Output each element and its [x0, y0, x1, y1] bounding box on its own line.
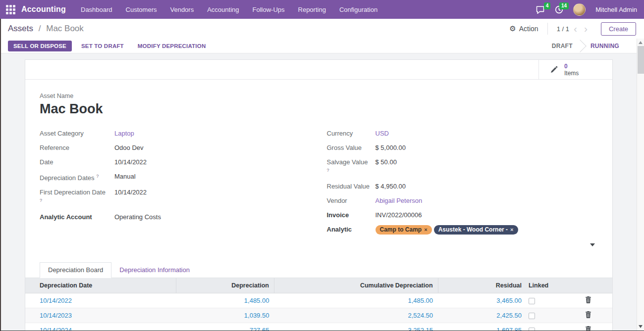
currency-value[interactable]: USD: [376, 129, 389, 138]
field-label: Analytic: [327, 226, 352, 233]
tag-remove-icon[interactable]: ×: [510, 226, 513, 234]
breadcrumb-assets[interactable]: Assets: [8, 24, 33, 33]
delete-row-button[interactable]: [583, 310, 593, 321]
residual-value[interactable]: $ 4,950.00: [376, 182, 406, 190]
control-panel: Assets / Mac Book ⚙ Action 1 / 1 ‹ › Cre…: [0, 19, 644, 39]
scroll-up-arrow-icon[interactable]: [639, 41, 643, 44]
cell-depreciation[interactable]: 1,485.00: [176, 293, 274, 308]
depreciation-dates-value[interactable]: Manual: [114, 172, 136, 182]
cell-residual[interactable]: 2,425.50: [438, 308, 527, 323]
apps-menu-icon[interactable]: [6, 5, 15, 14]
field-label: Residual Value: [327, 183, 370, 190]
asset-category-value[interactable]: Laptop: [114, 129, 134, 138]
tag-label: Asustek - Wood Corner -: [438, 226, 508, 234]
first-depreciation-date-value[interactable]: 10/14/2022: [114, 188, 147, 206]
tag-asustek-wood-corner[interactable]: Asustek - Wood Corner - ×: [434, 225, 518, 235]
trash-icon: [585, 296, 591, 303]
cell-cumulative[interactable]: 1,485.00: [274, 293, 438, 308]
menu-vendors[interactable]: Vendors: [170, 6, 194, 13]
header-depreciation[interactable]: Depreciation: [176, 278, 274, 293]
cell-date[interactable]: 10/14/2022: [25, 293, 176, 308]
header-actions: [565, 278, 612, 293]
user-name[interactable]: Mitchell Admin: [595, 6, 637, 13]
set-to-draft-button[interactable]: SET TO DRAFT: [77, 41, 128, 51]
header-residual[interactable]: Residual: [438, 278, 527, 293]
vertical-scrollbar[interactable]: [637, 39, 644, 331]
asset-name-value[interactable]: Mac Book: [40, 101, 598, 117]
asset-name-label: Asset Name: [40, 93, 598, 99]
breadcrumb-divider: /: [39, 24, 41, 33]
table-row[interactable]: 10/14/2022 1,485.00 1,485.00 3,465.00: [25, 293, 612, 308]
gear-icon: ⚙: [509, 24, 516, 33]
cell-date[interactable]: 10/14/2024: [25, 323, 176, 331]
reference-value[interactable]: Odoo Dev: [114, 143, 144, 152]
scrollbar-thumb[interactable]: [638, 46, 644, 74]
menu-reporting[interactable]: Reporting: [298, 6, 326, 13]
stat-button-box: 0 Items: [25, 60, 612, 80]
help-icon: ?: [327, 168, 329, 173]
cell-date[interactable]: 10/14/2023: [25, 308, 176, 323]
invoice-value[interactable]: INV/2022/00006: [376, 211, 422, 219]
scroll-down-arrow-icon[interactable]: [639, 325, 643, 328]
gross-value[interactable]: $ 5,000.00: [376, 143, 406, 152]
table-row[interactable]: 10/14/2024 727.65 3,252.15 1,697.85: [25, 323, 612, 331]
menu-configuration[interactable]: Configuration: [339, 6, 377, 13]
app-title[interactable]: Accounting: [21, 5, 66, 14]
field-label: Reference: [40, 144, 69, 151]
pager-next-icon[interactable]: ›: [582, 25, 590, 32]
action-menu-button[interactable]: ⚙ Action: [509, 24, 538, 33]
avatar: [573, 3, 586, 16]
menu-follow-ups[interactable]: Follow-Ups: [253, 6, 285, 13]
menu-dashboard[interactable]: Dashboard: [81, 6, 112, 13]
messages-badge: 4: [544, 2, 551, 9]
modify-depreciation-button[interactable]: MODIFY DEPRECIATION: [133, 41, 211, 51]
header-cumulative-depreciation[interactable]: Cumulative Depreciation: [274, 278, 438, 293]
table-row[interactable]: 10/14/2023 1,039.50 2,524.50 2,425.50: [25, 308, 612, 323]
linked-checkbox[interactable]: [529, 313, 535, 319]
tab-depreciation-board[interactable]: Depreciation Board: [40, 262, 111, 278]
field-label: Invoice: [327, 211, 349, 219]
action-label: Action: [519, 25, 538, 33]
state-running[interactable]: RUNNING: [581, 39, 629, 53]
field-label: Vendor: [327, 197, 347, 204]
header-depreciation-date[interactable]: Depreciation Date: [25, 278, 176, 293]
menu-customers[interactable]: Customers: [126, 6, 157, 13]
window-edge: [0, 19, 1, 331]
delete-row-button[interactable]: [583, 295, 593, 306]
cell-residual[interactable]: 1,697.85: [438, 323, 527, 331]
field-label: First Depreciation Date: [40, 189, 106, 196]
analytic-tags: Camp to Camp × Asustek - Wood Corner - ×: [376, 225, 518, 235]
vendor-value[interactable]: Abigail Peterson: [376, 196, 423, 205]
linked-checkbox[interactable]: [529, 298, 535, 304]
analytic-account-value[interactable]: Operating Costs: [114, 213, 161, 221]
field-label: Gross Value: [327, 144, 362, 151]
cell-depreciation[interactable]: 1,039.50: [176, 308, 274, 323]
breadcrumb-current: Mac Book: [46, 24, 84, 33]
header-linked[interactable]: Linked: [527, 278, 565, 293]
user-menu[interactable]: [573, 3, 586, 16]
date-value[interactable]: 10/14/2022: [114, 158, 147, 166]
field-depreciation-dates: Depreciation Dates ? Manual: [40, 172, 319, 182]
chevron-down-icon[interactable]: [590, 243, 595, 246]
pager-prev-icon[interactable]: ‹: [571, 25, 580, 32]
salvage-value[interactable]: $ 50.00: [376, 158, 397, 176]
tag-camp-to-camp[interactable]: Camp to Camp ×: [376, 225, 432, 235]
tag-remove-icon[interactable]: ×: [424, 226, 427, 234]
tab-depreciation-information[interactable]: Depreciation Information: [111, 263, 198, 278]
cell-residual[interactable]: 3,465.00: [438, 293, 527, 308]
cell-cumulative[interactable]: 3,252.15: [274, 323, 438, 331]
pager-value: 1 / 1: [557, 25, 569, 33]
field-group: Asset Category Laptop Reference Odoo Dev…: [40, 129, 598, 240]
field-label: Analytic Account: [40, 213, 92, 221]
create-button[interactable]: Create: [601, 22, 636, 36]
tag-label: Camp to Camp: [380, 226, 422, 234]
activities-button[interactable]: 14: [555, 5, 563, 14]
cell-cumulative[interactable]: 2,524.50: [274, 308, 438, 323]
cell-depreciation[interactable]: 727.65: [176, 323, 274, 331]
menu-accounting[interactable]: Accounting: [207, 6, 239, 13]
sell-or-dispose-button[interactable]: SELL OR DISPOSE: [8, 41, 72, 51]
items-stat-button[interactable]: 0 Items: [538, 60, 612, 79]
field-label: Currency: [327, 130, 353, 137]
messages-button[interactable]: 4: [536, 5, 545, 14]
form-sheet: 0 Items Asset Name Mac Book Asset Catego…: [25, 59, 613, 331]
